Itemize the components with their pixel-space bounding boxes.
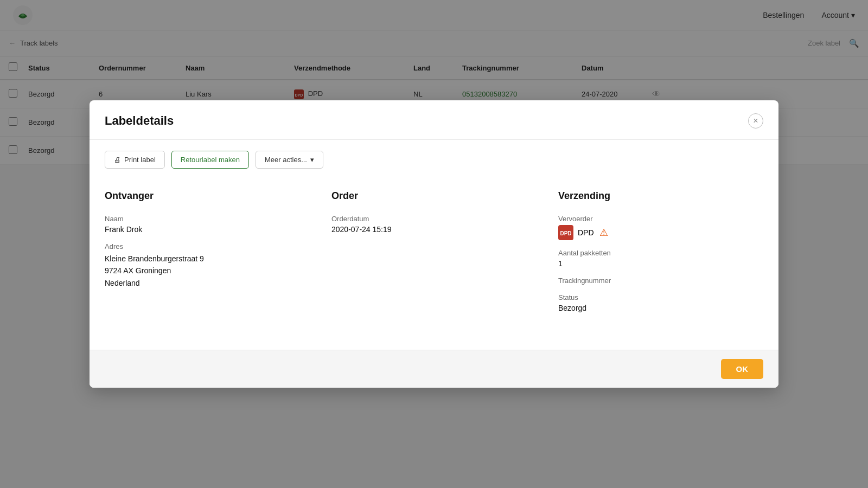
status-value: Bezorgd <box>558 304 763 312</box>
modal-title: Labeldetails <box>105 114 174 128</box>
adres-line2: 9724 AX Groningen <box>105 266 171 275</box>
adres-line3: Nederland <box>105 279 140 287</box>
adres-line1: Kleine Brandenburgerstraat 9 <box>105 254 204 263</box>
svg-text:DPD: DPD <box>560 230 571 236</box>
modal-close-button[interactable]: × <box>748 113 763 129</box>
print-label-button[interactable]: 🖨 Print label <box>105 151 165 169</box>
vervoerder-label: Vervoerder <box>558 215 763 223</box>
retourlabel-button[interactable]: Retourlabel maken <box>171 151 249 169</box>
chevron-down-icon: ▾ <box>310 156 314 164</box>
vervoerder-row: DPD DPD ⚠ <box>558 225 763 240</box>
adres-label: Adres <box>105 242 310 251</box>
status-label: Status <box>558 293 763 301</box>
meer-acties-button[interactable]: Meer acties... ▾ <box>256 151 323 169</box>
orderdatum-value: 2020-07-24 15:19 <box>331 225 537 234</box>
trackingnummer-label: Trackingnummer <box>558 277 763 285</box>
vervoerder-name: DPD <box>578 228 594 237</box>
aantal-value: 1 <box>558 259 763 268</box>
verzending-section: Verzending Vervoerder DPD DPD ⚠ Aantal p… <box>558 190 763 332</box>
naam-label: Naam <box>105 215 310 223</box>
dpd-carrier-icon: DPD <box>558 225 573 240</box>
modal-overlay: Labeldetails × 🖨 Print label Retourlabel… <box>0 0 868 488</box>
naam-value: Frank Drok <box>105 225 310 234</box>
warning-icon: ⚠ <box>599 227 608 239</box>
printer-icon: 🖨 <box>114 156 121 164</box>
ontvanger-title: Ontvanger <box>105 190 310 202</box>
adres-value: Kleine Brandenburgerstraat 9 9724 AX Gro… <box>105 253 310 289</box>
verzending-title: Verzending <box>558 190 763 202</box>
labeldetails-modal: Labeldetails × 🖨 Print label Retourlabel… <box>90 100 778 388</box>
ontvanger-section: Ontvanger Naam Frank Drok Adres Kleine B… <box>105 190 331 332</box>
order-section: Order Orderdatum 2020-07-24 15:19 <box>331 190 558 332</box>
order-title: Order <box>331 190 537 202</box>
orderdatum-label: Orderdatum <box>331 215 537 223</box>
aantal-label: Aantal pakketten <box>558 249 763 257</box>
ok-button[interactable]: OK <box>721 359 764 379</box>
